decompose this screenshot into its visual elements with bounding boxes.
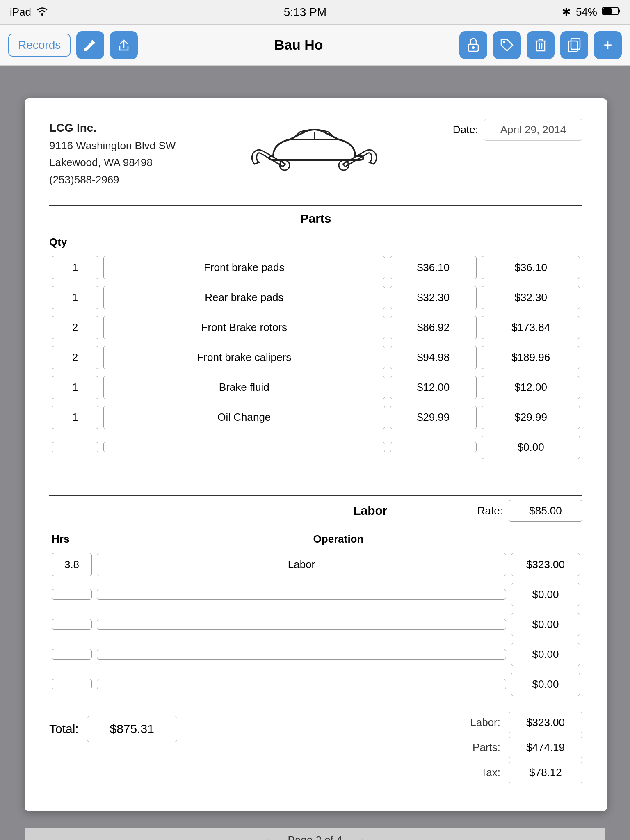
trash-button[interactable] <box>527 31 555 59</box>
parts-row[interactable]: 1 Brake fluid $12.00 $12.00 <box>49 372 582 402</box>
part-desc-0[interactable]: Front brake pads <box>103 256 385 279</box>
tag-button[interactable] <box>493 31 521 59</box>
totals-area: Total: $875.31 Labor: $323.00 Parts: $47… <box>49 712 582 787</box>
total-right: Labor: $323.00 Parts: $474.19 Tax: $78.1… <box>470 712 582 787</box>
tax-total-row: Tax: $78.12 <box>470 762 582 783</box>
total-left: Total: $875.31 <box>49 716 177 742</box>
svg-rect-8 <box>568 41 578 52</box>
status-left: iPad <box>10 6 48 18</box>
part-price-4[interactable]: $12.00 <box>390 376 477 399</box>
labor-op-3[interactable] <box>97 649 506 660</box>
svg-point-0 <box>41 13 43 16</box>
parts-row[interactable]: 1 Front brake pads $36.10 $36.10 <box>49 253 582 283</box>
labor-op-4[interactable] <box>97 679 506 689</box>
labor-section-title: Labor <box>263 504 477 518</box>
qty-header: Qty <box>49 230 582 253</box>
records-button[interactable]: Records <box>8 34 71 57</box>
labor-summary-label: Labor: <box>470 716 500 729</box>
svg-point-6 <box>503 41 505 43</box>
parts-row[interactable]: 2 Front brake calipers $94.98 $189.96 <box>49 342 582 372</box>
labor-hrs-0[interactable]: 3.8 <box>52 553 92 576</box>
parts-row[interactable]: 1 Rear brake pads $32.30 $32.30 <box>49 283 582 313</box>
page-label: Page 2 of 4 <box>288 834 342 840</box>
date-label: Date: <box>453 123 478 136</box>
part-desc-3[interactable]: Front brake calipers <box>103 346 385 369</box>
labor-op-2[interactable] <box>97 619 506 630</box>
status-bar: iPad 5:13 PM ✱ 54% <box>0 0 630 25</box>
labor-summary-value: $323.00 <box>509 712 582 733</box>
company-address2: Lakewood, WA 98498 <box>49 154 176 171</box>
operation-header: Operation <box>97 533 580 546</box>
part-price-5[interactable]: $29.99 <box>390 406 477 429</box>
labor-header: Labor Rate: $85.00 <box>49 495 582 522</box>
next-page-button[interactable]: → <box>355 833 367 840</box>
parts-row[interactable]: 1 Oil Change $29.99 $29.99 <box>49 402 582 432</box>
svg-rect-3 <box>603 8 612 14</box>
labor-hrs-4[interactable] <box>52 679 92 689</box>
labor-hrs-3[interactable] <box>52 649 92 660</box>
lock-button[interactable] <box>459 31 487 59</box>
device-label: iPad <box>10 6 31 18</box>
copy-button[interactable] <box>560 31 588 59</box>
hrs-header: Hrs <box>52 533 97 546</box>
labor-rate-area: Rate: $85.00 <box>477 500 582 522</box>
part-price-6[interactable] <box>390 442 477 452</box>
parts-row[interactable]: 2 Front Brake rotors $86.92 $173.84 <box>49 313 582 342</box>
labor-hrs-2[interactable] <box>52 619 92 630</box>
labor-total-4: $0.00 <box>511 673 580 696</box>
part-total-3: $189.96 <box>482 346 580 369</box>
parts-summary-value: $474.19 <box>509 737 582 758</box>
part-qty-3[interactable]: 2 <box>52 346 98 369</box>
date-value[interactable]: April 29, 2014 <box>484 119 582 141</box>
part-desc-4[interactable]: Brake fluid <box>103 376 385 399</box>
battery-label: 54% <box>576 6 597 18</box>
plus-icon: + <box>603 38 612 52</box>
part-qty-4[interactable]: 1 <box>52 376 98 399</box>
part-price-3[interactable]: $94.98 <box>390 346 477 369</box>
labor-table: 3.8 Labor $323.00 $0.00 $0.00 $0.00 $0.0… <box>49 550 582 699</box>
nav-bar: Records Bau Ho <box>0 25 630 66</box>
part-qty-5[interactable]: 1 <box>52 406 98 429</box>
company-name: LCG Inc. <box>49 119 176 137</box>
add-button[interactable]: + <box>594 31 622 59</box>
parts-table: 1 Front brake pads $36.10 $36.10 1 Rear … <box>49 253 582 462</box>
labor-row[interactable]: 3.8 Labor $323.00 <box>49 550 582 580</box>
total-label: Total: <box>49 722 79 736</box>
part-total-2: $173.84 <box>482 316 580 339</box>
total-value[interactable]: $875.31 <box>87 716 177 742</box>
tax-summary-value: $78.12 <box>509 762 582 783</box>
part-desc-1[interactable]: Rear brake pads <box>103 286 385 309</box>
labor-hrs-1[interactable] <box>52 589 92 600</box>
part-price-2[interactable]: $86.92 <box>390 316 477 339</box>
labor-total-1: $0.00 <box>511 583 580 606</box>
parts-row[interactable]: $0.00 <box>49 432 582 462</box>
share-button[interactable] <box>110 31 138 59</box>
edit-button[interactable] <box>76 31 104 59</box>
part-price-1[interactable]: $32.30 <box>390 286 477 309</box>
labor-row[interactable]: $0.00 <box>49 669 582 699</box>
part-desc-6[interactable] <box>103 442 385 452</box>
part-total-6: $0.00 <box>482 436 580 459</box>
company-phone: (253)588-2969 <box>49 171 176 189</box>
nav-right: + <box>459 31 622 59</box>
labor-row[interactable]: $0.00 <box>49 580 582 609</box>
part-qty-0[interactable]: 1 <box>52 256 98 279</box>
labor-op-1[interactable] <box>97 589 506 600</box>
labor-row[interactable]: $0.00 <box>49 609 582 639</box>
labor-op-0[interactable]: Labor <box>97 553 506 576</box>
part-price-0[interactable]: $36.10 <box>390 256 477 279</box>
wifi-icon <box>36 6 48 18</box>
prev-page-button[interactable]: ← <box>263 833 276 840</box>
company-address1: 9116 Washington Blvd SW <box>49 137 176 155</box>
part-desc-2[interactable]: Front Brake rotors <box>103 316 385 339</box>
part-total-1: $32.30 <box>482 286 580 309</box>
part-desc-5[interactable]: Oil Change <box>103 406 385 429</box>
part-qty-6[interactable] <box>52 442 98 452</box>
labor-row[interactable]: $0.00 <box>49 639 582 669</box>
rate-value[interactable]: $85.00 <box>509 500 582 522</box>
car-logo <box>176 119 453 176</box>
labor-total-0: $323.00 <box>511 553 580 576</box>
part-qty-2[interactable]: 2 <box>52 316 98 339</box>
part-qty-1[interactable]: 1 <box>52 286 98 309</box>
nav-left: Records <box>8 31 138 59</box>
